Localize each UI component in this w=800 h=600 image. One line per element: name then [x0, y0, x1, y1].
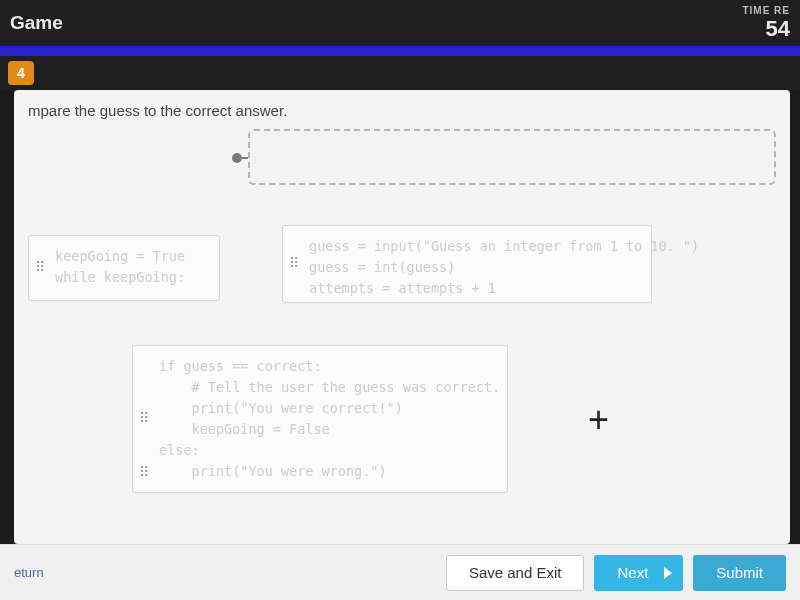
- time-label: TIME RE: [742, 5, 790, 16]
- code-line: guess = input("Guess an integer from 1 t…: [309, 236, 637, 257]
- action-bar: eturn Save and Exit Next Submit: [0, 544, 800, 600]
- question-panel: mpare the guess to the correct answer. k…: [14, 90, 790, 544]
- code-line: keepGoing = False: [159, 419, 493, 440]
- drag-handle-icon[interactable]: [139, 462, 149, 484]
- app-screen: Game TIME RE 54 4 mpare the guess to the…: [0, 0, 800, 600]
- code-line: print("You were correct!"): [159, 398, 493, 419]
- code-line: keepGoing = True: [55, 246, 205, 267]
- code-line: attempts = attempts + 1: [309, 278, 637, 299]
- add-block-icon[interactable]: +: [588, 399, 609, 441]
- accent-strip: [0, 46, 800, 56]
- drop-target[interactable]: [248, 129, 776, 185]
- drag-handle-icon[interactable]: [289, 253, 298, 275]
- time-value: 54: [742, 16, 790, 42]
- sub-header: 4: [0, 56, 800, 90]
- submit-button[interactable]: Submit: [693, 555, 786, 591]
- drag-handle-icon[interactable]: [35, 257, 44, 279]
- code-block-check[interactable]: if guess == correct: # Tell the user the…: [132, 345, 508, 493]
- question-number-badge[interactable]: 4: [8, 61, 34, 85]
- code-block-guess[interactable]: guess = input("Guess an integer from 1 t…: [282, 225, 652, 303]
- next-button[interactable]: Next: [594, 555, 683, 591]
- lesson-title: Game: [10, 12, 63, 34]
- save-exit-button[interactable]: Save and Exit: [446, 555, 585, 591]
- mark-return-link[interactable]: eturn: [14, 565, 44, 580]
- code-line: print("You were wrong."): [159, 461, 493, 482]
- code-line: # Tell the user the guess was correct.: [159, 377, 493, 398]
- code-line: guess = int(guess): [309, 257, 637, 278]
- time-remaining: TIME RE 54: [742, 5, 790, 42]
- drag-handle-icon[interactable]: [139, 408, 148, 430]
- connector-dot: [232, 153, 242, 163]
- code-block-loop[interactable]: keepGoing = True while keepGoing:: [28, 235, 220, 301]
- drag-workspace: keepGoing = True while keepGoing: guess …: [28, 129, 776, 529]
- question-prompt: mpare the guess to the correct answer.: [28, 102, 776, 119]
- code-line: else:: [159, 440, 493, 461]
- top-bar: Game TIME RE 54: [0, 0, 800, 46]
- code-line: if guess == correct:: [159, 356, 493, 377]
- code-line: while keepGoing:: [55, 267, 205, 288]
